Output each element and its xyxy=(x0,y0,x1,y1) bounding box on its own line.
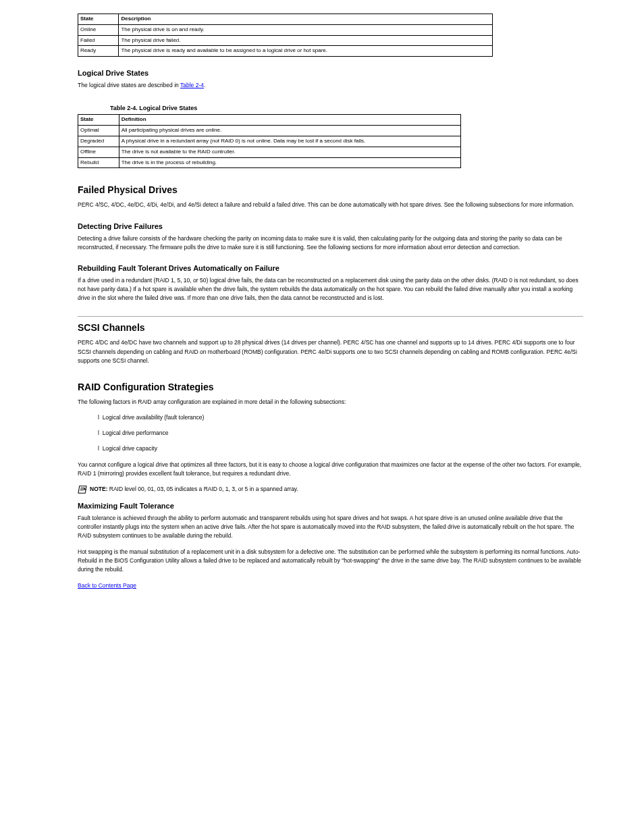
cell-def: A physical drive in a redundant array (n… xyxy=(119,136,460,147)
back-to-contents-link[interactable]: Back to Contents Page xyxy=(78,582,136,589)
strategies-p1: The following factors in RAID array conf… xyxy=(78,398,583,407)
table-2-4-caption: Table 2-4. Logical Drive States xyxy=(110,105,583,111)
note-label: NOTE: xyxy=(90,486,109,492)
cell-state: Optimal xyxy=(78,126,119,136)
channels-body: PERC 4/DC and 4e/DC have two channels an… xyxy=(78,338,583,365)
table-row: Rebuild The drive is in the process of r… xyxy=(78,157,461,168)
table-row: State Definition xyxy=(78,115,461,126)
heading-failed-physical-drives: Failed Physical Drives xyxy=(78,184,583,195)
failed-intro: PERC 4/SC, 4/DC, 4e/DC, 4/Di, 4e/Di, and… xyxy=(78,201,583,209)
table-row: Optimal All participating physical drive… xyxy=(78,126,461,136)
maxft-body: Fault tolerance is achieved through the … xyxy=(78,514,583,541)
cell-def: The drive is in the process of rebuildin… xyxy=(119,157,460,168)
cell-state: Ready xyxy=(78,46,119,57)
note: NOTE: RAID level 00, 01, 03, 05 indicate… xyxy=(78,485,583,494)
heading-raid-config-strategies: RAID Configuration Strategies xyxy=(78,382,583,392)
intro-text-a: The logical drive states are described i… xyxy=(78,82,180,88)
physical-drive-states-table: State Description Online The physical dr… xyxy=(78,14,493,57)
strategies-p2: You cannot configure a logical drive tha… xyxy=(78,461,583,478)
detect-body: Detecting a drive failure consists of th… xyxy=(78,234,583,252)
note-text: NOTE: RAID level 00, 01, 03, 05 indicate… xyxy=(90,485,298,494)
strategies-bullet-3: l Logical drive capacity xyxy=(98,444,583,453)
table-row: Degraded A physical drive in a redundant… xyxy=(78,136,461,147)
heading-detecting-drive-failures: Detecting Drive Failures xyxy=(78,222,583,230)
maxft-hotswap: Hot swapping is the manual substitution … xyxy=(78,548,583,575)
note-body: RAID level 00, 01, 03, 05 indicates a RA… xyxy=(109,486,298,492)
cell-state: Online xyxy=(78,24,119,35)
strategies-bullet-2: l Logical drive performance xyxy=(98,429,583,438)
strategies-bullet-1: l Logical drive availability (fault tole… xyxy=(98,413,583,422)
col-desc-header: Description xyxy=(119,14,493,25)
section-divider xyxy=(78,316,583,317)
cell-desc: The physical drive is on and ready. xyxy=(119,24,493,35)
strategies-bullet-1-text: Logical drive availability (fault tolera… xyxy=(103,414,205,421)
cell-state: Offline xyxy=(78,147,119,157)
intro-text-b: . xyxy=(204,82,205,88)
cell-state: Degraded xyxy=(78,136,119,147)
cell-def: All participating physical drives are on… xyxy=(119,126,460,136)
heading-logical-drive-states: Logical Drive States xyxy=(78,69,583,77)
cell-def: The drive is not available to the RAID c… xyxy=(119,147,460,157)
heading-scsi-channels: SCSI Channels xyxy=(78,322,583,333)
cell-state: Rebuild xyxy=(78,157,119,168)
auto-body: If a drive used in a redundant (RAID 1, … xyxy=(78,276,583,303)
note-icon xyxy=(78,486,87,494)
table-row: State Description xyxy=(78,14,493,25)
table-row: Online The physical drive is on and read… xyxy=(78,24,493,35)
col-state-header: State xyxy=(78,115,119,126)
heading-rebuilding-automatically: Rebuilding Fault Tolerant Drives Automat… xyxy=(78,264,583,272)
cell-desc: The physical drive is ready and availabl… xyxy=(119,46,493,57)
table-row: Failed The physical drive failed. xyxy=(78,35,493,46)
logical-drive-states-table: State Definition Optimal All participati… xyxy=(78,114,461,168)
heading-maximizing-fault-tolerance: Maximizing Fault Tolerance xyxy=(78,502,583,510)
cell-state: Failed xyxy=(78,35,119,46)
col-def-header: Definition xyxy=(119,115,460,126)
cell-desc: The physical drive failed. xyxy=(119,35,493,46)
logical-drive-states-intro: The logical drive states are described i… xyxy=(78,81,583,90)
table-2-4-link[interactable]: Table 2-4 xyxy=(180,82,204,88)
table-row: Ready The physical drive is ready and av… xyxy=(78,46,493,57)
col-state-header: State xyxy=(78,14,119,25)
strategies-bullet-3-text: Logical drive capacity xyxy=(103,445,157,452)
table-row: Offline The drive is not available to th… xyxy=(78,147,461,157)
strategies-bullet-2-text: Logical drive performance xyxy=(103,429,169,436)
